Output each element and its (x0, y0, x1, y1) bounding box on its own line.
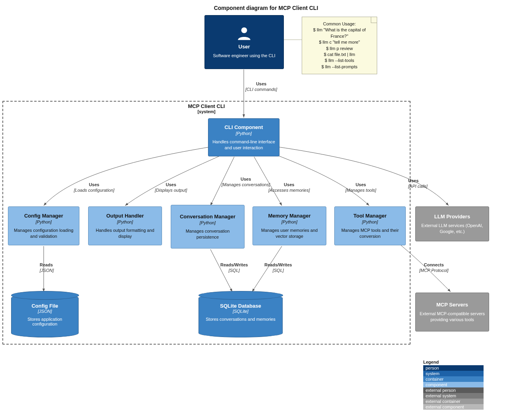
edge-cli-tool: Uses [Manages tools] (345, 182, 376, 193)
svg-point-7 (241, 27, 247, 33)
sqlite-tech: [SQLite] (202, 309, 279, 314)
edge-cli-conv: Uses [Manages conversations] (222, 176, 270, 188)
output-desc: Handles output formatting and display (92, 227, 158, 239)
db-sqlite: SQLite Database [SQLite] Stores conversa… (199, 294, 282, 337)
note-line: $ llm c "tell me more" (307, 39, 372, 45)
edge-cli-mem: Uses [Accesses memories] (268, 182, 310, 193)
edge-conv-db: Reads/Writes [SQL] (220, 262, 248, 274)
legend: Legend person system container component… (423, 360, 484, 410)
tool-tech: [Python] (362, 220, 378, 224)
conv-desc: Manages conversation persistence (174, 228, 241, 240)
edge-cfg-file: Reads [JSON] (40, 262, 54, 274)
edge-mem-db: Reads/Writes [SQL] (264, 262, 292, 274)
system-sub: [system] (159, 109, 254, 114)
tool-name: Tool Manager (353, 213, 387, 219)
user-icon (236, 25, 253, 42)
legend-ext-container: external container (423, 399, 484, 404)
mem-name: Memory Manager (268, 213, 311, 219)
node-cli-component: CLI Component [Python] Handles command-l… (208, 118, 279, 156)
mem-tech: [Python] (281, 220, 297, 224)
edge-tool-mcp: Connects [MCP Protocol] (419, 262, 449, 274)
cli-desc: Handles command-line interface and user … (212, 139, 276, 150)
mcp-name: MCP Servers (436, 302, 468, 308)
sqlite-desc: Stores conversations and memories (202, 317, 279, 322)
usage-note: Common Usage: $ llm "What is the capital… (302, 17, 377, 74)
system-name: MCP Client CLI (188, 103, 225, 109)
legend-ext-system: external system (423, 393, 484, 399)
node-config-manager: Config Manager [Python] Manages configur… (8, 206, 79, 245)
edge-user-cli: Uses [CLI commands] (245, 81, 277, 92)
config-name: Config Manager (24, 213, 63, 219)
output-name: Output Handler (106, 213, 144, 219)
note-line: Common Usage: (307, 21, 372, 27)
cfgfile-tech: [JSON] (15, 309, 75, 314)
note-line: $ cat file.txt | llm (307, 52, 372, 58)
legend-container: container (423, 376, 484, 382)
cfgfile-name: Config File (15, 303, 75, 309)
note-line: $ llm --list-prompts (307, 64, 372, 70)
node-tool-manager: Tool Manager [Python] Manages MCP tools … (334, 206, 406, 245)
cfgfile-desc: Stores application configuration (15, 317, 75, 326)
user-desc: Software engineer using the CLI (213, 53, 275, 58)
legend-person: person (423, 365, 484, 371)
legend-ext-person: external person (423, 387, 484, 393)
note-line: $ llm "What is the capital of France?" (307, 27, 372, 39)
mem-desc: Manages user memories and vector storage (256, 227, 323, 239)
db-config-file: Config File [JSON] Stores application co… (11, 294, 78, 337)
node-output-handler: Output Handler [Python] Handles output f… (88, 206, 162, 245)
legend-title: Legend (423, 360, 484, 364)
conv-tech: [Python] (200, 220, 216, 225)
mcp-desc: External MCP-compatible servers providin… (419, 311, 486, 322)
note-line: $ llm p review (307, 46, 372, 52)
legend-system: system (423, 371, 484, 376)
conv-name: Conversation Manager (180, 214, 235, 220)
sqlite-name: SQLite Database (202, 303, 279, 309)
diagram-canvas: Component diagram for MCP Client CLI (0, 0, 532, 420)
llm-desc: External LLM services (OpenAI, Google, e… (419, 223, 486, 234)
config-tech: [Python] (36, 220, 52, 224)
node-memory-manager: Memory Manager [Python] Manages user mem… (253, 206, 326, 245)
edge-cli-config: Uses [Loads configuration] (74, 182, 114, 193)
cli-tech: [Python] (236, 131, 252, 136)
edge-cli-output: Uses [Displays output] (155, 182, 187, 193)
legend-ext-component: external component (423, 404, 484, 410)
node-mcp-servers: MCP Servers External MCP-compatible serv… (415, 293, 489, 331)
tool-desc: Manages MCP tools and their conversion (338, 227, 402, 239)
output-tech: [Python] (117, 220, 133, 224)
cli-name: CLI Component (225, 124, 263, 130)
note-fold-icon (371, 17, 377, 23)
legend-component: component (423, 382, 484, 387)
node-conversation-manager: Conversation Manager [Python] Manages co… (171, 205, 245, 249)
note-line: $ llm --list-tools (307, 58, 372, 64)
config-desc: Manages configuration loading and valida… (12, 227, 76, 239)
node-llm-providers: LLM Providers External LLM services (Ope… (415, 206, 489, 241)
user-name: User (239, 44, 250, 50)
llm-name: LLM Providers (434, 214, 470, 220)
edge-cli-llm: Uses [API calls] (408, 178, 428, 189)
actor-user: User Software engineer using the CLI (204, 15, 284, 69)
system-label: MCP Client CLI [system] (159, 103, 254, 114)
